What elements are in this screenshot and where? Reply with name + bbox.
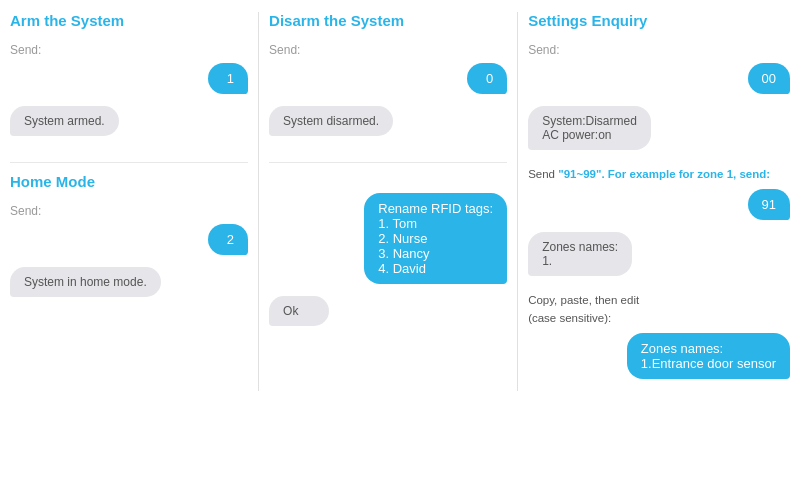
- settings-title: Settings Enquiry: [528, 12, 790, 29]
- arm-received-bubble: System armed.: [10, 106, 119, 136]
- disarm-title: Disarm the System: [269, 12, 507, 29]
- arm-sent-bubble: 1: [208, 63, 248, 94]
- settings-received-bubble-2: Zones names: 1.: [528, 232, 632, 276]
- settings-copy-paste-text: Copy, paste, then edit (case sensitive):: [528, 292, 790, 327]
- rename-received-bubble: Ok: [269, 296, 329, 326]
- settings-send-label: Send:: [528, 43, 790, 57]
- settings-extra-text: Send "91~99". For example for zone 1, se…: [528, 166, 790, 183]
- disarm-received-bubble: System disarmed.: [269, 106, 393, 136]
- arm-title: Arm the System: [10, 12, 248, 29]
- home-title: Home Mode: [10, 173, 248, 190]
- settings-sent-bubble-2: 91: [748, 189, 790, 220]
- home-received-bubble: System in home mode.: [10, 267, 161, 297]
- settings-sent-bubble-3: Zones names: 1.Entrance door sensor: [627, 333, 790, 379]
- settings-sent-bubble-1: 00: [748, 63, 790, 94]
- rename-sent-bubble: Rename RFID tags: 1. Tom 2. Nurse 3. Nan…: [364, 193, 507, 284]
- settings-received-bubble-1: System:Disarmed AC power:on: [528, 106, 651, 150]
- disarm-sent-bubble: 0: [467, 63, 507, 94]
- disarm-send-label: Send:: [269, 43, 507, 57]
- home-send-label: Send:: [10, 204, 248, 218]
- arm-send-label: Send:: [10, 43, 248, 57]
- home-sent-bubble: 2: [208, 224, 248, 255]
